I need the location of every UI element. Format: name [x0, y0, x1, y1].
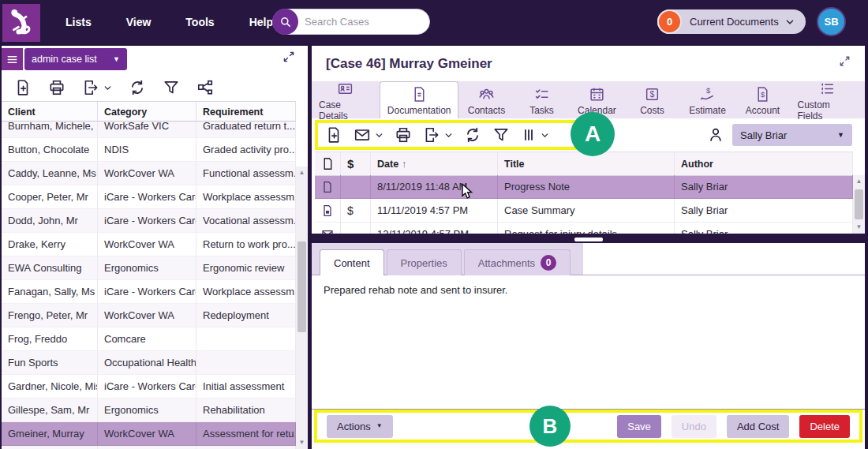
requirement-cell: Assessment for retu... — [196, 422, 296, 446]
documents-table-header: $ Date↑ Title Author — [315, 152, 853, 175]
case-list-row[interactable]: EWA Consulting Ergonomics Ergonomic revi… — [2, 256, 296, 280]
case-list-selector[interactable]: admin case list ▼ — [24, 48, 127, 70]
splitter-handle[interactable] — [574, 238, 603, 241]
new-case-button[interactable] — [14, 79, 32, 96]
category-cell: iCare - Workers Care... — [98, 375, 196, 398]
case-list-scrollbar[interactable]: ▲ ▼ — [296, 167, 308, 449]
scroll-up-icon[interactable]: ▲ — [296, 167, 308, 179]
caret-down-icon: ▼ — [376, 423, 383, 429]
case-list-row[interactable]: Caddy, Leanne, Ms WorkCover WA Functiona… — [2, 162, 296, 185]
case-list-row[interactable]: Fanagan, Sally, Ms iCare - Workers Care.… — [2, 280, 296, 304]
print-document-button[interactable] — [395, 126, 412, 144]
case-list-row[interactable]: Frog, Freddo Comcare — [2, 327, 296, 351]
panel-splitter[interactable] — [312, 234, 865, 243]
menu-view[interactable]: View — [126, 16, 152, 28]
case-list-row[interactable]: Drake, Kerry WorkCover WA Return to work… — [2, 233, 296, 256]
email-document-button[interactable] — [354, 126, 383, 144]
search-icon[interactable] — [272, 9, 298, 35]
requirement-cell: Redeployment — [196, 304, 296, 327]
add-cost-button[interactable]: Add Cost — [727, 415, 789, 438]
tab-estimate[interactable]: $ Estimate — [679, 81, 735, 118]
document-content-editor[interactable]: Prepared rehab note and sent to insurer. — [312, 275, 865, 409]
case-detail-panel: [Case 46] Murray Gmeiner Case Details Do… — [312, 46, 865, 449]
case-list-row[interactable]: Gillespe, Sam, Mr Ergonomics Rehabilitat… — [2, 398, 296, 422]
tab-case-details[interactable]: Case Details — [312, 81, 380, 118]
columns-button[interactable] — [521, 127, 549, 143]
case-list-body: Burnham, Michele, ... WorkSafe VIC Gradu… — [2, 122, 296, 449]
filter-list-button[interactable] — [163, 79, 180, 96]
client-cell: EWA Consulting — [2, 256, 98, 280]
tab-tasks[interactable]: Tasks — [514, 81, 569, 118]
scrollbar-thumb[interactable] — [855, 189, 863, 219]
menu-help[interactable]: Help — [249, 16, 273, 28]
tab-custom-fields[interactable]: Custom Fields — [790, 81, 865, 118]
app-logo[interactable] — [2, 4, 40, 42]
case-list-rows: Burnham, Michele, ... WorkSafe VIC Gradu… — [2, 122, 296, 446]
menu-tools[interactable]: Tools — [185, 16, 214, 28]
undo-button[interactable]: Undo — [672, 415, 716, 438]
author-column-header[interactable]: Author — [675, 152, 853, 176]
user-avatar[interactable]: SB — [817, 7, 846, 36]
tab-content[interactable]: Content — [320, 249, 384, 275]
tab-label: Attachments — [478, 257, 535, 269]
list-menu-button[interactable] — [2, 48, 23, 70]
column-header-category[interactable]: Category — [98, 102, 196, 121]
chevron-down-icon — [785, 17, 795, 27]
word-document-icon — [315, 199, 341, 223]
scroll-down-icon[interactable]: ▼ — [853, 221, 865, 234]
gecko-logo-icon — [5, 6, 38, 39]
field-list-icon — [819, 80, 836, 97]
expand-case-panel-icon[interactable] — [839, 55, 851, 67]
document-toolbar-row: A Sally Briar ▼ — [312, 118, 865, 152]
current-documents-count-badge: 0 — [657, 9, 682, 34]
scroll-up-icon[interactable]: ▲ — [853, 175, 865, 188]
new-document-button[interactable] — [325, 126, 342, 144]
filter-documents-button[interactable] — [492, 126, 510, 144]
column-header-requirement[interactable]: Requirement — [196, 102, 296, 121]
caret-down-icon: ▼ — [837, 132, 844, 139]
case-list-row[interactable]: Gmeiner, Murray WorkCover WA Assessment … — [2, 422, 296, 446]
documents-scrollbar[interactable]: ▲ ▼ — [853, 175, 865, 234]
cost-column-header[interactable]: $ — [341, 152, 371, 176]
case-list-row[interactable]: Fun Sports Occupational Health... — [2, 351, 296, 375]
scrollbar-thumb[interactable] — [297, 241, 306, 332]
delete-button[interactable]: Delete — [799, 415, 850, 438]
tab-attachments[interactable]: Attachments 0 — [464, 249, 571, 275]
print-list-button[interactable] — [48, 79, 65, 96]
date-column-header[interactable]: Date↑ — [371, 152, 498, 176]
current-documents-label: Current Documents — [690, 16, 779, 28]
requirement-cell — [196, 327, 296, 351]
save-button[interactable]: Save — [617, 415, 661, 438]
author-filter-select[interactable]: Sally Briar ▼ — [732, 124, 852, 146]
relationships-button[interactable] — [196, 79, 214, 96]
document-row[interactable]: 8/11/2019 11:48 AM Progress Note Sally B… — [315, 175, 853, 199]
case-list-row[interactable]: Cooper, Peter, Mr iCare - Workers Care..… — [2, 185, 296, 209]
search-input[interactable] — [305, 16, 423, 28]
case-list-row[interactable]: Gardner, Nicole, Miss iCare - Workers Ca… — [2, 375, 296, 398]
export-list-button[interactable] — [82, 79, 112, 96]
menu-lists[interactable]: Lists — [65, 16, 92, 28]
current-documents-button[interactable]: 0 Current Documents — [657, 9, 806, 34]
tab-documentation[interactable]: Documentation — [380, 81, 459, 118]
expand-panel-icon[interactable] — [282, 51, 295, 63]
tab-properties[interactable]: Properties — [387, 249, 462, 275]
title-column-header[interactable]: Title — [498, 152, 675, 176]
document-row[interactable]: $ 11/11/2019 4:57 PM Case Summary Sally … — [315, 199, 853, 223]
case-list-row[interactable]: Frengo, Peter, Mr WorkCover WA Redeploym… — [2, 304, 296, 327]
tab-contacts[interactable]: Contacts — [458, 81, 514, 118]
tab-costs[interactable]: $ Costs — [624, 81, 679, 118]
case-list-row[interactable]: Dodd, John, Mr iCare - Workers Care... V… — [2, 209, 296, 233]
actions-dropdown-button[interactable]: Actions ▼ — [327, 415, 393, 438]
column-header-client[interactable]: Client — [2, 102, 98, 121]
scroll-down-icon[interactable]: ▼ — [296, 436, 308, 449]
case-list-row[interactable]: Button, Chocolate NDIS Graded activity p… — [2, 138, 296, 162]
tab-account[interactable]: $ Account — [735, 81, 790, 118]
refresh-list-button[interactable] — [129, 79, 146, 96]
case-list-row[interactable]: Burnham, Michele, ... WorkSafe VIC Gradu… — [2, 122, 296, 138]
tab-label: Documentation — [387, 105, 451, 116]
document-icon — [411, 86, 428, 103]
export-document-button[interactable] — [423, 126, 453, 144]
category-cell: NDIS — [98, 138, 196, 162]
refresh-documents-button[interactable] — [464, 126, 481, 144]
document-type-column-icon[interactable] — [315, 152, 341, 176]
